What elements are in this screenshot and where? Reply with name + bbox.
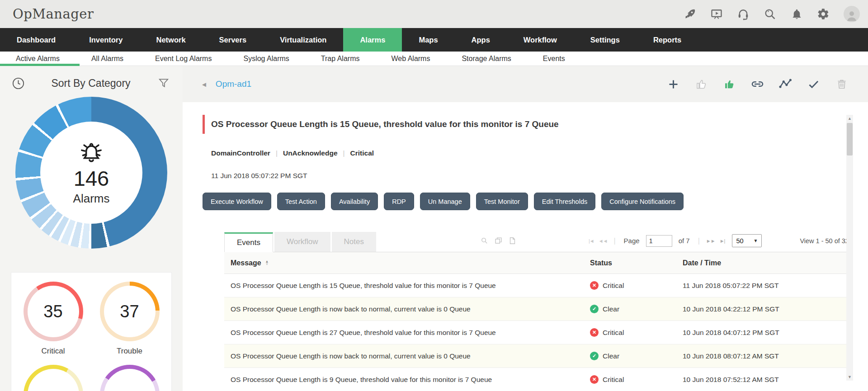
last-page-icon[interactable]: ►| xyxy=(720,238,725,244)
app-logo[interactable]: OpManager xyxy=(13,6,94,22)
table-body: OS Processor Queue Length is 15 Queue, t… xyxy=(224,274,853,391)
nav-item[interactable]: Dashboard xyxy=(0,28,72,52)
bell-icon[interactable] xyxy=(790,8,803,20)
status-icon xyxy=(590,328,599,337)
status-icon xyxy=(590,305,599,313)
nav-item[interactable]: Network xyxy=(139,28,202,52)
table-row[interactable]: OS Processor Queue Length is 15 Queue, t… xyxy=(224,274,853,297)
alarm-title: OS Processor Queue Length is 15 Queue, t… xyxy=(211,119,559,129)
alarm-action-button[interactable]: Test Action xyxy=(277,193,325,210)
table-header-row: Message ▲▼ Status Date / Time xyxy=(224,252,853,274)
gear-icon[interactable] xyxy=(817,8,830,20)
tab[interactable]: Events xyxy=(224,232,273,252)
subnav-item[interactable]: Event Log Alarms xyxy=(139,55,227,63)
subnav-item[interactable]: Active Alarms xyxy=(0,55,75,63)
thumbs-up-filled-icon[interactable] xyxy=(723,78,736,91)
chevron-down-icon: ▼ xyxy=(753,238,758,243)
alarm-action-button[interactable]: Un Manage xyxy=(420,193,470,210)
alarm-action-button[interactable]: Execute Workflow xyxy=(203,193,271,210)
severity-gauge-partial[interactable] xyxy=(100,365,160,391)
gauge-ring: 37 xyxy=(100,282,160,341)
check-icon[interactable] xyxy=(807,78,820,91)
filter-funnel-icon[interactable] xyxy=(156,75,172,91)
nav-item[interactable]: Workflow xyxy=(507,28,574,52)
scroll-down-icon[interactable]: ▼ xyxy=(848,373,852,381)
alarm-action-button[interactable]: Configure Notifications xyxy=(601,193,684,210)
status-text: Clear xyxy=(603,305,619,313)
column-header-message[interactable]: Message ▲▼ xyxy=(224,259,584,267)
workflow-zigzag-icon[interactable] xyxy=(779,78,792,91)
column-header-datetime[interactable]: Date / Time xyxy=(676,259,853,267)
nav-item[interactable]: Maps xyxy=(402,28,454,52)
trash-icon[interactable] xyxy=(835,78,848,91)
vertical-scrollbar[interactable]: ▲ ▼ xyxy=(846,115,853,381)
rocket-icon[interactable] xyxy=(684,8,696,20)
severity-gauge[interactable]: 37 Trouble xyxy=(100,282,160,356)
event-message: OS Processor Queue Length is 9 Queue, th… xyxy=(224,376,584,384)
subnav-item[interactable]: Syslog Alarms xyxy=(227,55,305,63)
event-status: Critical xyxy=(584,281,676,290)
next-page-icon[interactable]: ►► xyxy=(706,238,715,244)
scrollbar-thumb[interactable] xyxy=(847,123,853,155)
donut-center: 146 Alarms xyxy=(40,122,142,224)
severity-gauges-card: 35 Critical 37 Trouble xyxy=(11,272,172,391)
table-row[interactable]: OS Processor Queue Length is 27 Queue, t… xyxy=(224,321,853,344)
subnav-item[interactable]: Trap Alarms xyxy=(305,55,376,63)
tab[interactable]: Workflow xyxy=(274,232,330,252)
first-page-icon[interactable]: |◄ xyxy=(589,238,594,244)
nav-item[interactable]: Virtualization xyxy=(263,28,343,52)
thumbs-up-outline-icon[interactable] xyxy=(695,78,708,91)
export-window-icon[interactable] xyxy=(495,237,502,245)
severity-gauge-partial[interactable] xyxy=(24,365,83,391)
alarms-subnav: Active AlarmsAll AlarmsEvent Log AlarmsS… xyxy=(0,52,868,66)
alarms-donut-chart[interactable]: 146 Alarms xyxy=(15,97,167,249)
back-arrow-icon[interactable]: ◄ xyxy=(201,80,208,88)
subnav-item[interactable]: Web Alarms xyxy=(375,55,446,63)
breadcrumb-device-link[interactable]: Opm-ad1 xyxy=(216,79,251,89)
nav-item[interactable]: Servers xyxy=(203,28,264,52)
search-icon[interactable] xyxy=(764,8,776,20)
pagination-divider: | xyxy=(613,237,615,245)
presentation-play-icon[interactable] xyxy=(710,8,723,20)
subnav-item[interactable]: All Alarms xyxy=(75,55,139,63)
alarm-action-button[interactable]: Availability xyxy=(331,193,378,210)
prev-page-icon[interactable]: ◄◄ xyxy=(599,238,608,244)
table-row[interactable]: OS Processor Queue Length is now back to… xyxy=(224,297,853,321)
event-datetime: 10 Jun 2018 04:07:12 PM SGT xyxy=(676,329,853,337)
status-text: Clear xyxy=(603,352,619,360)
main-nav: DashboardInventoryNetworkServersVirtuali… xyxy=(0,28,868,52)
tab[interactable]: Notes xyxy=(332,232,376,252)
subnav-item[interactable]: Storage Alarms xyxy=(446,55,527,63)
scroll-up-icon[interactable]: ▲ xyxy=(848,115,852,122)
gauge-ring: 35 xyxy=(24,282,83,341)
sort-icon[interactable]: ▲▼ xyxy=(265,260,269,266)
alarm-action-button[interactable]: Test Monitor xyxy=(476,193,528,210)
status-icon xyxy=(590,352,599,360)
nav-item[interactable]: Inventory xyxy=(72,28,139,52)
headset-icon[interactable] xyxy=(737,8,750,20)
clock-icon[interactable] xyxy=(10,75,26,91)
nav-item[interactable]: Reports xyxy=(637,28,698,52)
nav-item[interactable]: Alarms xyxy=(343,28,402,52)
add-icon[interactable] xyxy=(667,78,680,91)
alarm-action-button[interactable]: RDP xyxy=(384,193,414,210)
document-icon[interactable] xyxy=(509,237,516,245)
nav-item[interactable]: Apps xyxy=(455,28,507,52)
alarm-timestamp: 11 Jun 2018 05:07:22 PM SGT xyxy=(203,172,868,180)
column-header-status[interactable]: Status xyxy=(584,259,676,267)
link-chain-icon[interactable] xyxy=(751,78,764,91)
severity-gauge[interactable]: 35 Critical xyxy=(24,282,83,356)
event-datetime: 11 Jun 2018 05:07:22 PM SGT xyxy=(676,282,853,290)
pagination-divider: | xyxy=(698,237,700,245)
zoom-icon[interactable] xyxy=(481,237,488,245)
user-avatar[interactable] xyxy=(844,6,860,22)
table-row[interactable]: OS Processor Queue Length is 9 Queue, th… xyxy=(224,368,853,391)
nav-item[interactable]: Settings xyxy=(574,28,637,52)
alarm-action-button[interactable]: Edit Thresholds xyxy=(534,193,595,210)
page-size-select[interactable]: 50 ▼ xyxy=(732,234,762,247)
gauge-label: Trouble xyxy=(117,347,142,356)
table-row[interactable]: OS Processor Queue Length is now back to… xyxy=(224,344,853,368)
subnav-item[interactable]: Events xyxy=(527,55,581,63)
content-row: Sort By Category xyxy=(0,66,868,391)
page-number-input[interactable] xyxy=(646,235,672,247)
